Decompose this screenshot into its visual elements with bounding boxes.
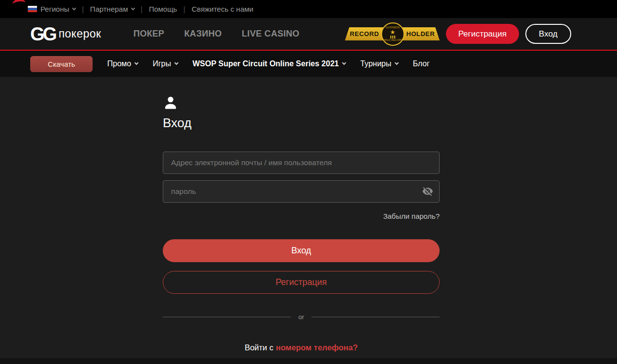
or-label: or (291, 313, 311, 321)
badge-record-label: RECORD (345, 27, 387, 40)
russia-flag-icon (28, 6, 37, 12)
login-panel: Вход Забыли пароль? Вход Регистрация or … (163, 77, 440, 352)
chevron-down-icon (131, 6, 135, 10)
subnav-games-label: Игры (153, 59, 171, 68)
star-icon: ★ (390, 29, 395, 35)
divider-line (311, 317, 440, 317)
help-link[interactable]: Помощь (149, 5, 177, 13)
subnav-blog[interactable]: Блог (413, 59, 430, 68)
user-icon (163, 95, 440, 111)
subnav-tournaments[interactable]: Турниры (360, 59, 398, 68)
pillar-icon (390, 36, 395, 38)
nav-casino[interactable]: КАЗИНО (184, 29, 222, 39)
or-divider: or (163, 313, 440, 321)
nav-live-casino[interactable]: LIVE CASINO (242, 29, 299, 39)
separator: | (183, 5, 185, 13)
subnav-tournaments-label: Турниры (360, 59, 391, 68)
guinness-record-holder-badge: RECORD GUINNESS ★ WORLD RECORDS HOLDER (345, 22, 440, 46)
regions-label: Регионы (40, 5, 69, 13)
separator: | (82, 5, 84, 13)
chevron-down-icon (174, 61, 178, 65)
footer-strip (0, 358, 617, 364)
subnav-blog-label: Блог (413, 59, 430, 68)
register-outline-button[interactable]: Регистрация (163, 271, 440, 294)
partners-menu[interactable]: Партнерам (90, 5, 135, 13)
top-utility-bar: Регионы | Партнерам | Помощь | Свяжитесь… (0, 0, 617, 18)
subnav-promo-label: Промо (107, 59, 131, 68)
divider-line (163, 317, 291, 317)
phone-login-link[interactable]: номером телефона? (276, 343, 358, 352)
download-button[interactable]: Скачать (30, 56, 93, 72)
phone-login-prefix: Войти с (245, 343, 273, 352)
primary-nav: ПОКЕР КАЗИНО LIVE CASINO (134, 29, 300, 39)
subnav-wsop-label: WSOP Super Circuit Online Series 2021 (193, 59, 339, 68)
chevron-down-icon (342, 61, 346, 65)
chevron-down-icon (395, 61, 399, 65)
login-title: Вход (163, 115, 440, 131)
header-login-button[interactable]: Вход (525, 24, 571, 44)
contact-label: Свяжитесь с нами (192, 5, 253, 13)
header-register-button[interactable]: Регистрация (446, 24, 519, 44)
emblem-bottom-text: WORLD RECORDS (381, 39, 405, 42)
subnav-games[interactable]: Игры (153, 59, 178, 68)
nav-poker[interactable]: ПОКЕР (134, 29, 164, 39)
subnav-wsop-series[interactable]: WSOP Super Circuit Online Series 2021 (193, 59, 346, 68)
password-input[interactable] (163, 180, 440, 203)
guinness-world-records-emblem-icon: GUINNESS ★ WORLD RECORDS (381, 22, 405, 46)
partners-label: Партнерам (90, 5, 128, 13)
logo-wordmark: покерок (58, 27, 101, 40)
phone-login-row: Войти сномером телефона? (163, 343, 440, 352)
logo-gg-mark: GG (30, 25, 55, 43)
secondary-nav: Скачать Промо Игры WSOP Super Circuit On… (0, 51, 617, 77)
help-label: Помощь (149, 5, 177, 13)
forgot-password-row: Забыли пароль? (163, 212, 440, 220)
chevron-down-icon (135, 61, 138, 65)
email-username-input[interactable] (163, 152, 440, 174)
header-right-group: RECORD GUINNESS ★ WORLD RECORDS HOLDER Р… (345, 22, 571, 46)
regions-menu[interactable]: Регионы (28, 5, 76, 13)
badge-holder-label: HOLDER (399, 27, 440, 40)
contact-link[interactable]: Свяжитесь с нами (192, 5, 253, 13)
main-header: GG покерок ПОКЕР КАЗИНО LIVE CASINO RECO… (0, 18, 617, 51)
gg-pokerok-logo[interactable]: GG покерок (30, 25, 101, 43)
separator: | (141, 5, 143, 13)
chevron-down-icon (72, 6, 76, 10)
toggle-password-visibility-icon[interactable] (422, 186, 433, 197)
forgot-password-link[interactable]: Забыли пароль? (383, 212, 440, 220)
login-submit-button[interactable]: Вход (163, 239, 440, 262)
subnav-promo[interactable]: Промо (107, 59, 138, 68)
